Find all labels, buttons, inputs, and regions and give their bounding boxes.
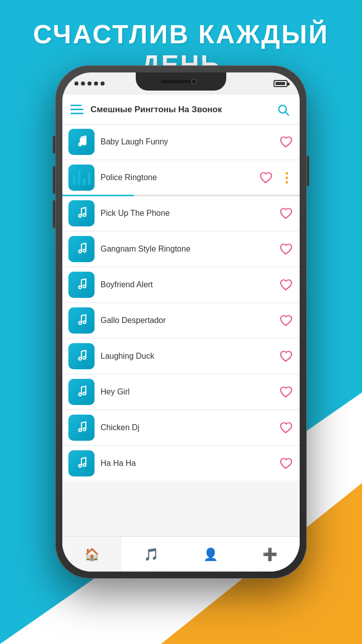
song-name-6: Gallo Despertador (101, 316, 272, 325)
music-note-icon-4 (75, 243, 88, 256)
nav-item-home[interactable]: 🏠 (62, 537, 122, 572)
app-header: Смешные Рингтоны На Звонок (62, 95, 300, 125)
search-icon (277, 103, 290, 116)
like-button-10[interactable] (278, 455, 294, 471)
like-button-7[interactable] (278, 348, 294, 364)
song-icon-4 (68, 236, 95, 262)
song-icon-3 (68, 200, 95, 226)
heart-icon-3 (279, 207, 292, 220)
signal-dot-3 (87, 82, 92, 86)
svg-line-1 (286, 112, 289, 115)
header-title: Смешные Рингтоны На Звонок (90, 105, 267, 115)
song-item-8[interactable]: Hey Girl (62, 375, 300, 409)
more-dot-3 (286, 181, 288, 184)
hamburger-line-3 (70, 113, 83, 114)
signal-dot-1 (74, 82, 78, 86)
nav-item-add[interactable]: ➕ (240, 537, 300, 572)
phone-outer: Смешные Рингтоны На Звонок (55, 65, 307, 579)
like-button-4[interactable] (278, 241, 294, 257)
song-icon-2 (68, 165, 95, 191)
play-bar-3 (83, 178, 85, 185)
song-item-10[interactable]: Ha Ha Ha (62, 446, 300, 480)
progress-bar (62, 195, 300, 196)
song-list: Baby Laugh Funny (62, 125, 300, 536)
more-button-2[interactable] (280, 171, 294, 185)
phone-volume-down-button (53, 200, 55, 228)
song-item-9[interactable]: Chicken Dj (62, 411, 300, 445)
play-bar-4 (88, 172, 90, 185)
playing-bars (73, 170, 90, 185)
song-name-5: Boyfriend Alert (101, 280, 272, 289)
search-button[interactable] (275, 101, 292, 118)
more-dot-1 (286, 172, 288, 175)
play-bar-2 (78, 170, 80, 185)
song-name-9: Chicken Dj (101, 423, 272, 432)
progress-fill (62, 195, 134, 196)
user-icon: 👤 (203, 547, 218, 561)
like-button-9[interactable] (278, 420, 294, 436)
song-item-2[interactable]: Police Ringtone (62, 160, 300, 195)
phone-mockup: Смешные Рингтоны На Звонок (55, 65, 307, 579)
heart-icon-5 (279, 278, 292, 291)
song-name-3: Pick Up The Phone (101, 209, 272, 218)
like-button-5[interactable] (278, 277, 294, 293)
speaker (161, 80, 191, 83)
heart-icon-7 (279, 350, 292, 363)
more-dot-2 (286, 177, 288, 179)
heart-icon-9 (279, 421, 292, 434)
camera (191, 78, 197, 85)
song-icon-5 (68, 272, 95, 298)
song-item-6[interactable]: Gallo Despertador (62, 303, 300, 338)
song-icon-1 (68, 129, 95, 155)
hamburger-line-1 (70, 105, 81, 106)
signal-dots (74, 82, 105, 86)
song-item-3[interactable]: Pick Up The Phone (62, 196, 300, 230)
heart-icon-2 (259, 171, 272, 184)
like-button-1[interactable] (278, 134, 294, 150)
song-name-10: Ha Ha Ha (101, 459, 272, 468)
song-icon-7 (68, 343, 95, 369)
like-button-6[interactable] (278, 312, 294, 329)
signal-dot-5 (101, 82, 105, 86)
add-icon: ➕ (262, 547, 278, 561)
like-button-8[interactable] (278, 384, 294, 400)
music-note-icon-9 (75, 421, 88, 434)
home-icon: 🏠 (84, 547, 100, 561)
nav-item-music[interactable]: 🎵 (122, 537, 181, 572)
heart-icon-4 (279, 243, 292, 256)
music-note-icon-1 (75, 135, 88, 148)
song-item-1[interactable]: Baby Laugh Funny (62, 125, 300, 159)
song-name-1: Baby Laugh Funny (101, 137, 272, 146)
music-note-icon-6 (75, 314, 88, 327)
phone-power-button (307, 156, 309, 186)
like-button-2[interactable] (257, 170, 274, 186)
like-button-3[interactable] (278, 205, 294, 221)
heart-icon-8 (279, 385, 292, 398)
song-item-7[interactable]: Laughing Duck (62, 339, 300, 373)
song-item-4[interactable]: Gangnam Style Ringtone (62, 232, 300, 266)
phone-volume-up-button (53, 166, 55, 194)
battery-icon (274, 80, 288, 87)
heart-icon-1 (279, 135, 292, 148)
song-icon-8 (68, 379, 95, 405)
signal-dot-4 (94, 82, 98, 86)
phone-mute-button (53, 136, 55, 153)
signal-dot-2 (81, 82, 85, 86)
nav-item-user[interactable]: 👤 (181, 537, 240, 572)
song-icon-9 (68, 415, 95, 441)
music-note-icon-7 (75, 350, 88, 363)
song-icon-6 (68, 307, 95, 334)
music-note-icon-8 (75, 385, 88, 398)
music-note-icon-5 (75, 278, 88, 291)
battery-fill (276, 82, 285, 85)
song-name-8: Hey Girl (101, 387, 272, 396)
menu-button[interactable] (70, 105, 83, 114)
heart-icon-6 (279, 314, 292, 327)
song-name-7: Laughing Duck (101, 352, 272, 361)
song-name-4: Gangnam Style Ringtone (101, 245, 272, 254)
heart-icon-10 (279, 457, 292, 470)
song-icon-10 (68, 450, 95, 476)
notch (136, 72, 226, 91)
music-icon: 🎵 (144, 547, 159, 561)
song-item-5[interactable]: Boyfriend Alert (62, 268, 300, 302)
